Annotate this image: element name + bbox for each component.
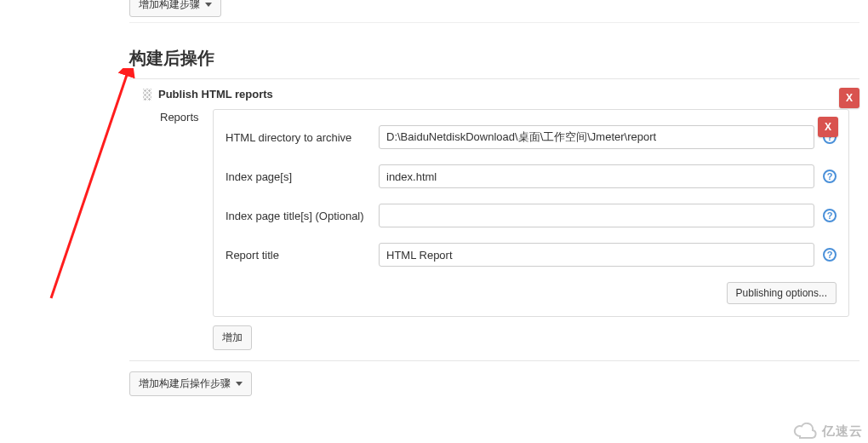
panel-body: Reports X HTML directory to archive ? In… — [129, 109, 859, 317]
add-build-step-container: 增加构建步骤 — [129, 0, 868, 17]
field-index-title: Index page title[s] (Optional) ? — [226, 204, 837, 227]
index-title-input[interactable] — [379, 204, 814, 227]
section-divider — [129, 22, 859, 23]
help-icon[interactable]: ? — [823, 170, 837, 183]
index-pages-label: Index page[s] — [226, 170, 379, 183]
add-report-row: 增加 — [129, 325, 859, 350]
field-html-directory: HTML directory to archive ? — [226, 125, 837, 149]
field-index-pages: Index page[s] ? — [226, 164, 837, 188]
publishing-options-label: Publishing options... — [736, 287, 827, 299]
add-post-build-label: 增加构建后操作步骤 — [139, 377, 231, 391]
add-report-label: 增加 — [222, 331, 243, 345]
report-config-panel: X HTML directory to archive ? Index page… — [213, 109, 849, 317]
report-title-input[interactable] — [379, 243, 814, 267]
close-icon[interactable]: X — [818, 117, 838, 137]
add-report-button[interactable]: 增加 — [213, 325, 252, 350]
panel-header: Publish HTML reports — [129, 79, 859, 109]
publishing-options-row: Publishing options... — [226, 282, 837, 304]
index-pages-input[interactable] — [379, 164, 814, 188]
watermark-text: 亿速云 — [822, 423, 863, 440]
index-title-label: Index page title[s] (Optional) — [226, 210, 379, 222]
section-title-post-build: 构建后操作 — [129, 47, 868, 70]
html-directory-input[interactable] — [379, 125, 814, 149]
publishing-options-button[interactable]: Publishing options... — [727, 282, 837, 304]
publish-html-reports-panel: X Publish HTML reports Reports X HTML di… — [129, 78, 859, 361]
drag-handle-icon[interactable] — [143, 89, 151, 101]
help-icon[interactable]: ? — [823, 209, 837, 222]
html-directory-label: HTML directory to archive — [226, 131, 379, 144]
panel-title: Publish HTML reports — [158, 88, 273, 101]
cloud-icon — [793, 423, 817, 440]
add-post-build-container: 增加构建后操作步骤 — [129, 371, 252, 396]
config-page: 增加构建步骤 构建后操作 X Publish HTML reports Repo… — [114, 0, 868, 396]
chevron-down-icon — [236, 382, 243, 386]
help-icon[interactable]: ? — [823, 248, 837, 262]
add-build-step-label: 增加构建步骤 — [139, 0, 200, 12]
watermark: 亿速云 — [793, 423, 863, 440]
close-icon[interactable]: X — [839, 88, 859, 108]
report-title-label: Report title — [226, 249, 379, 262]
reports-side-label: Reports — [160, 109, 213, 124]
add-build-step-button[interactable]: 增加构建步骤 — [129, 0, 221, 17]
add-post-build-button[interactable]: 增加构建后操作步骤 — [129, 371, 252, 396]
field-report-title: Report title ? — [226, 243, 837, 267]
chevron-down-icon — [205, 3, 212, 7]
